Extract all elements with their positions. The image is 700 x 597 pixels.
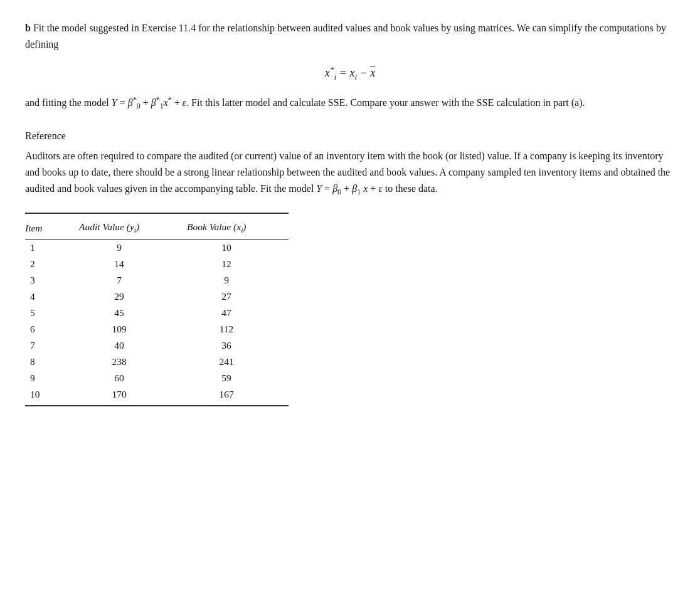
cell-item: 4 — [25, 288, 74, 305]
cell-audit: 238 — [74, 354, 182, 370]
cell-book: 59 — [182, 370, 289, 386]
table-row: 6109112 — [25, 321, 289, 337]
table-header-row: Item Audit Value (yi) Book Value (xi) — [25, 218, 289, 239]
cell-book: 167 — [182, 386, 289, 406]
cell-book: 47 — [182, 305, 289, 321]
table-row: 74036 — [25, 337, 289, 354]
data-table: Item Audit Value (yi) Book Value (xi) 19… — [25, 213, 289, 406]
table-row: 10170167 — [25, 386, 289, 406]
model-line: and fitting the model Y = β*0 + β*1x* + … — [25, 93, 675, 113]
col-audit-header-spacer — [74, 213, 182, 218]
table-row: 8238241 — [25, 354, 289, 370]
cell-audit: 60 — [74, 370, 182, 386]
cell-book: 27 — [182, 288, 289, 305]
table-row: 42927 — [25, 288, 289, 305]
cell-book: 36 — [182, 337, 289, 354]
cell-audit: 45 — [74, 305, 182, 321]
section-b-intro: b Fit the model suggested in Exercise 11… — [25, 20, 675, 52]
intro-text: Fit the model suggested in Exercise 11.4… — [25, 23, 666, 50]
table-body: 1910214123794292754547610911274036823824… — [25, 239, 289, 406]
reference-body: Auditors are often required to compare t… — [25, 148, 675, 199]
data-table-wrap: Item Audit Value (yi) Book Value (xi) 19… — [25, 213, 675, 406]
cell-item: 1 — [25, 239, 74, 256]
cell-audit: 9 — [74, 239, 182, 256]
cell-item: 2 — [25, 256, 74, 272]
col-item-header: Item — [25, 218, 74, 239]
cell-book: 112 — [182, 321, 289, 337]
table-row: 1910 — [25, 239, 289, 256]
cell-book: 241 — [182, 354, 289, 370]
cell-book: 9 — [182, 272, 289, 288]
cell-book: 12 — [182, 256, 289, 272]
xi-star-formula: x*i = xi − x — [25, 65, 675, 82]
cell-audit: 14 — [74, 256, 182, 272]
table-row: 21412 — [25, 256, 289, 272]
cell-audit: 29 — [74, 288, 182, 305]
cell-item: 3 — [25, 272, 74, 288]
col-audit-header: Audit Value (yi) — [74, 218, 182, 239]
cell-item: 10 — [25, 386, 74, 406]
cell-audit: 40 — [74, 337, 182, 354]
model-before-text: and fitting the model Y = β*0 + β*1x* + … — [25, 97, 585, 108]
table-row: 54547 — [25, 305, 289, 321]
col-book-header: Book Value (xi) — [182, 218, 289, 239]
cell-item: 5 — [25, 305, 74, 321]
cell-audit: 109 — [74, 321, 182, 337]
cell-book: 10 — [182, 239, 289, 256]
col-book-header-spacer — [182, 213, 289, 218]
section-label: b — [25, 23, 31, 33]
cell-audit: 170 — [74, 386, 182, 406]
table-top-border-row — [25, 213, 289, 218]
cell-audit: 7 — [74, 272, 182, 288]
table-row: 96059 — [25, 370, 289, 386]
cell-item: 6 — [25, 321, 74, 337]
reference-heading: Reference — [25, 130, 675, 142]
cell-item: 9 — [25, 370, 74, 386]
cell-item: 7 — [25, 337, 74, 354]
col-item-header-spacer — [25, 213, 74, 218]
table-row: 379 — [25, 272, 289, 288]
cell-item: 8 — [25, 354, 74, 370]
